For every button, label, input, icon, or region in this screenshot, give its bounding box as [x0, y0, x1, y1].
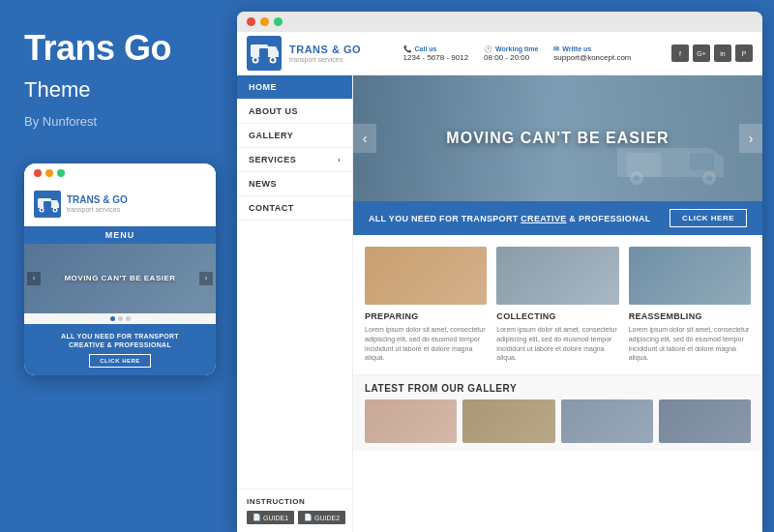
browser-topbar: [237, 12, 762, 32]
service-collecting: COLLECTING Lorem ipsum dolor sit amet, c…: [496, 247, 618, 363]
mobile-logo-tagline: transport services: [67, 206, 128, 213]
mobile-header: TRANS & GO transport services: [24, 183, 216, 226]
phone-icon: 📞: [403, 45, 412, 53]
doc2-icon: 📄: [304, 514, 313, 521]
site-hero: ‹ MOVING CAN'T BE EASIER ›: [353, 75, 762, 201]
theme-subtitle: Theme: [24, 77, 213, 103]
service-img-collecting: [496, 247, 618, 305]
gallery-section: LATEST FROM OUR GALLERY: [353, 374, 762, 451]
svg-rect-2: [44, 201, 51, 208]
nav-about[interactable]: ABOUT US: [237, 100, 352, 124]
email-value: support@koncept.com: [553, 53, 631, 62]
guide2-button[interactable]: 📄 GUIDE2: [298, 511, 345, 524]
svg-point-23: [706, 175, 712, 181]
website-content: TRANS & GO transport services 📞 Call us …: [237, 32, 762, 532]
service-img-3-bg: [629, 247, 751, 305]
site-logo-name: TRANS & GO: [289, 44, 361, 56]
mobile-dot-red: [34, 169, 42, 177]
nav-gallery[interactable]: GALLERY: [237, 124, 352, 148]
theme-title: Trans Go: [24, 29, 213, 68]
mobile-prev-button[interactable]: ‹: [27, 272, 41, 285]
social-linkedin[interactable]: in: [714, 44, 731, 62]
browser-dot-red: [247, 17, 255, 26]
contact-working: 🕐 Working time 08:00 - 20:00: [484, 45, 538, 62]
mobile-hero: ‹ MOVING CAN'T BE EASIER ›: [24, 244, 216, 313]
mobile-dot-2[interactable]: [118, 316, 123, 321]
services-section: PREPARING Lorem ipsum dolor sit amet, co…: [353, 235, 762, 374]
cta-banner: ALL YOU NEED FOR TRANSPORT CREATIVE & PR…: [353, 201, 762, 235]
mobile-dot-3[interactable]: [126, 316, 131, 321]
mobile-menu-bar: MENU: [24, 226, 216, 244]
mobile-cta-button[interactable]: CLICK HERE: [89, 354, 151, 368]
instruction-label: INSTRUCTION: [247, 497, 342, 506]
working-value: 08:00 - 20:00: [484, 53, 529, 62]
mobile-logo-icon: [34, 191, 61, 218]
svg-point-7: [54, 208, 56, 210]
gallery-item-1[interactable]: [365, 399, 457, 443]
email-label: ✉ Writte us: [553, 45, 591, 53]
contact-email: ✉ Writte us support@koncept.com: [553, 45, 631, 62]
site-main: ‹ MOVING CAN'T BE EASIER › ALL YOU NEED …: [353, 75, 762, 532]
mobile-dot-yellow: [45, 169, 53, 177]
guide1-button[interactable]: 📄 GUIDE1: [247, 511, 294, 524]
service-reassembling: REASSEMBLING Lorem ipsum dolor sit amet,…: [629, 247, 751, 363]
nav-services[interactable]: SERVICES ›: [237, 148, 352, 172]
mobile-mockup: TRANS & GO transport services MENU ‹ MOV…: [24, 163, 216, 375]
mobile-next-button[interactable]: ›: [199, 272, 213, 285]
mobile-logo-name: TRANS & GO: [67, 194, 128, 206]
mobile-dot-1[interactable]: [110, 316, 115, 321]
hero-prev-button[interactable]: ‹: [353, 124, 376, 153]
gallery-item-3[interactable]: [561, 399, 653, 443]
envelope-icon: ✉: [553, 45, 559, 53]
call-value: 1234 - 5678 - 9012: [403, 53, 469, 62]
mobile-hero-text: MOVING CAN'T BE EASIER: [64, 274, 175, 282]
service-title-reassembling: REASSEMBLING: [629, 311, 751, 321]
gallery-item-2[interactable]: [462, 399, 554, 443]
browser-dot-green: [274, 17, 283, 26]
instruction-section: INSTRUCTION 📄 GUIDE1 📄 GUIDE2: [237, 488, 352, 532]
site-social-bar: f G+ in P: [671, 44, 753, 62]
service-img-2-bg: [496, 247, 618, 305]
gallery-grid: [365, 399, 751, 443]
svg-point-21: [634, 175, 640, 181]
nav-news[interactable]: NEWS: [237, 172, 352, 196]
mobile-cta-text: ALL YOU NEED FOR TRANSPORTCREATIVE & PRO…: [30, 332, 210, 349]
nav-home[interactable]: HOME: [237, 75, 352, 100]
svg-rect-10: [259, 48, 268, 57]
gallery-title: LATEST FROM OUR GALLERY: [365, 383, 751, 394]
theme-author: By Nunforest: [24, 114, 213, 129]
svg-point-15: [271, 58, 274, 61]
service-text-reassembling: Lorem ipsum dolor sit amet, consectetur …: [629, 325, 751, 363]
mobile-logo-info: TRANS & GO transport services: [67, 194, 128, 213]
instruction-buttons: 📄 GUIDE1 📄 GUIDE2: [247, 511, 342, 524]
gallery-item-4[interactable]: [659, 399, 751, 443]
site-logo-tagline: transport services: [289, 56, 361, 63]
social-pinterest[interactable]: P: [735, 44, 753, 62]
service-text-preparing: Lorem ipsum dolor sit amet, consectetur …: [365, 325, 487, 363]
service-img-1-bg: [365, 247, 487, 305]
svg-rect-19: [690, 153, 714, 170]
svg-point-13: [253, 58, 256, 61]
call-label: 📞 Call us: [403, 45, 437, 53]
service-img-preparing: [365, 247, 487, 305]
svg-point-5: [41, 208, 43, 210]
hero-text: MOVING CAN'T BE EASIER: [446, 130, 669, 147]
nav-contact[interactable]: CONTACT: [237, 196, 352, 221]
mobile-dots-bar: [24, 313, 216, 324]
browser-dot-yellow: [260, 17, 269, 26]
service-title-preparing: PREPARING: [365, 311, 487, 321]
hero-next-button[interactable]: ›: [739, 124, 762, 153]
left-panel: Trans Go Theme By Nunforest TRANS & GO: [0, 0, 237, 532]
mobile-dot-green: [57, 169, 65, 177]
mobile-cta-section: ALL YOU NEED FOR TRANSPORTCREATIVE & PRO…: [24, 324, 216, 375]
social-facebook[interactable]: f: [671, 44, 689, 62]
cta-text: ALL YOU NEED FOR TRANSPORT CREATIVE & PR…: [369, 214, 651, 223]
contact-call: 📞 Call us 1234 - 5678 - 9012: [403, 45, 469, 62]
site-logo-icon: [247, 36, 282, 71]
site-sidebar: HOME ABOUT US GALLERY SERVICES › NEWS CO…: [237, 75, 353, 532]
mobile-topbar: [24, 163, 216, 183]
cta-button[interactable]: CLICK HERE: [670, 209, 747, 227]
site-topbar: TRANS & GO transport services 📞 Call us …: [237, 32, 762, 75]
site-logo-area: TRANS & GO transport services: [247, 36, 363, 71]
social-googleplus[interactable]: G+: [693, 44, 710, 62]
